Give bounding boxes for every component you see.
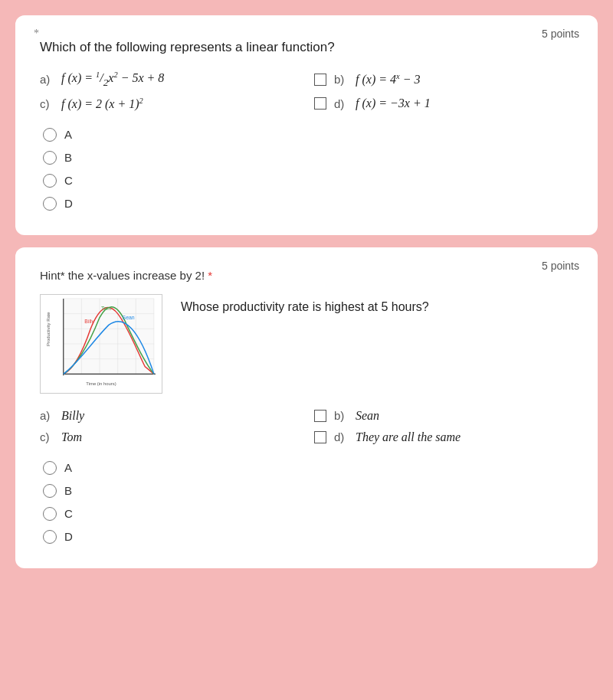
radio-options-1: A B C D — [43, 128, 573, 211]
radio-option-D[interactable]: D — [43, 197, 573, 211]
option-d-math: f (x) = −3x + 1 — [356, 96, 431, 110]
question-card-1: * 5 points Which of the following repres… — [15, 15, 598, 235]
option2-d-checkbox[interactable] — [314, 431, 326, 443]
radio2-label-A: A — [64, 461, 72, 474]
hint-text: Hint* the x-values increase by 2! * — [40, 269, 573, 282]
radio-options-2: A B C D — [43, 461, 573, 544]
radio2-option-D[interactable]: D — [43, 530, 573, 544]
radio2-option-B[interactable]: B — [43, 484, 573, 498]
radio-option-B[interactable]: B — [43, 151, 573, 165]
radio-option-A[interactable]: A — [43, 128, 573, 142]
question-text-2: Whose productivity rate is highest at 5 … — [181, 294, 429, 314]
radio2-circle-A — [43, 461, 57, 475]
svg-text:Tom: Tom — [101, 306, 111, 311]
option-a-math: f (x) = 1/2x2 − 5x + 8 — [61, 70, 164, 89]
option-d-label: d) — [334, 97, 348, 110]
option2-d-label: d) — [334, 430, 348, 443]
option-d: d) f (x) = −3x + 1 — [314, 96, 573, 111]
option-a: a) f (x) = 1/2x2 − 5x + 8 — [40, 70, 299, 89]
points-label-1: 5 points — [542, 28, 579, 40]
radio2-circle-C — [43, 507, 57, 521]
option2-a-label: a) — [40, 409, 54, 422]
radio2-option-C[interactable]: C — [43, 507, 573, 521]
radio2-label-D: D — [64, 530, 73, 543]
option2-b-label: b) — [334, 409, 348, 422]
radio-circle-A — [43, 128, 57, 142]
points-label-2: 5 points — [542, 260, 579, 272]
option-a-label: a) — [40, 73, 54, 86]
radio-label-B: B — [64, 151, 72, 164]
options-grid-2: a) Billy b) Sean c) Tom d) They are all … — [40, 409, 573, 444]
radio2-label-B: B — [64, 484, 72, 497]
option2-c-label: c) — [40, 430, 54, 443]
option-b: b) f (x) = 4x − 3 — [314, 70, 573, 89]
radio-label-D: D — [64, 197, 73, 210]
radio-option-C[interactable]: C — [43, 174, 573, 188]
svg-text:Sean: Sean — [123, 314, 135, 319]
option2-b: b) Sean — [314, 409, 573, 423]
option2-a-text: Billy — [61, 409, 84, 423]
radio2-option-A[interactable]: A — [43, 461, 573, 475]
question-card-2: 5 points Hint* the x-values increase by … — [15, 247, 598, 568]
radio-circle-D — [43, 197, 57, 211]
radio2-label-C: C — [64, 507, 73, 520]
radio2-circle-D — [43, 530, 57, 544]
svg-text:Billy: Billy — [84, 319, 94, 325]
option2-b-checkbox[interactable] — [314, 410, 326, 422]
graph-svg: Productivity Rate Time (in hours) Billy … — [41, 295, 162, 393]
option-c-math: f (x) = 2 (x + 1)2 — [61, 96, 143, 111]
option2-d: d) They are all the same — [314, 430, 573, 444]
productivity-graph: Productivity Rate Time (in hours) Billy … — [40, 294, 162, 394]
radio-label-A: A — [64, 128, 72, 141]
graph-question-row: Productivity Rate Time (in hours) Billy … — [40, 294, 573, 394]
svg-text:Time (in hours): Time (in hours) — [86, 381, 116, 386]
option-b-checkbox[interactable] — [314, 74, 326, 86]
radio-circle-C — [43, 174, 57, 188]
option2-c-text: Tom — [61, 430, 82, 444]
question-text-1: Which of the following represents a line… — [40, 40, 573, 55]
required-indicator: * — [34, 28, 39, 40]
option2-a: a) Billy — [40, 409, 299, 423]
option2-b-text: Sean — [356, 409, 379, 423]
option2-d-text: They are all the same — [356, 430, 461, 444]
radio2-circle-B — [43, 484, 57, 498]
option-b-label: b) — [334, 73, 348, 86]
option-c-label: c) — [40, 97, 54, 110]
option-d-checkbox[interactable] — [314, 97, 326, 110]
option-b-math: f (x) = 4x − 3 — [356, 72, 420, 87]
hint-required-star: * — [208, 269, 212, 282]
option-c: c) f (x) = 2 (x + 1)2 — [40, 96, 299, 111]
option2-c: c) Tom — [40, 430, 299, 444]
radio-label-C: C — [64, 174, 73, 187]
radio-circle-B — [43, 151, 57, 165]
options-grid-1: a) f (x) = 1/2x2 − 5x + 8 b) f (x) = 4x … — [40, 70, 573, 111]
svg-text:Productivity Rate: Productivity Rate — [46, 312, 51, 346]
